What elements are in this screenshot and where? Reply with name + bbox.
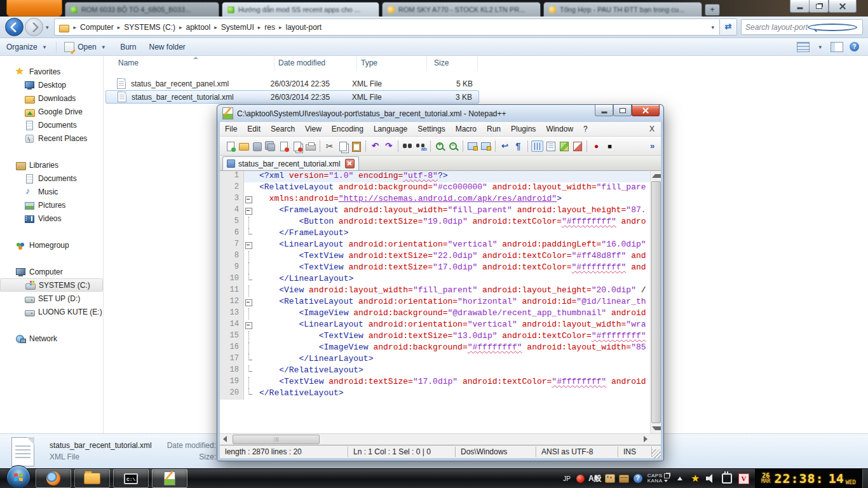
file-row-selected[interactable]: status_bar_recent_tutorial.xml 26/03/201… [105,90,479,104]
taskbar-explorer-button[interactable] [74,469,110,488]
code-line[interactable]: 1<?xml version="1.0" encoding="utf-8"?> [220,171,661,182]
ime-toolbox-icon[interactable] [619,475,629,483]
favorites-tray-icon[interactable]: ★ [691,473,699,484]
sidebar-item-downloads[interactable]: Downloads [0,92,103,105]
copy-icon[interactable] [337,140,349,152]
crumb-drive[interactable]: SYSTEMS (C:) [121,23,178,32]
sidebar-item-favorites[interactable]: Favorites [0,65,103,78]
sidebar-item-pictures[interactable]: Pictures [0,198,103,212]
taskbar-cmd-button[interactable]: C:\ [113,469,149,488]
browser-tab[interactable]: Hướng dẫn mod SS recent apps cho ... [222,2,379,17]
resize-grip[interactable] [652,449,661,458]
code-line[interactable]: 12 <RelativeLayout android:orientation="… [220,297,661,308]
column-header-type[interactable]: Type [361,58,377,67]
menu-language[interactable]: Language [369,125,412,133]
new-file-icon[interactable] [224,140,236,152]
forward-button[interactable] [25,18,43,36]
code-line[interactable]: 6 </FrameLayout> [220,228,661,240]
sidebar-item-videos[interactable]: Videos [0,212,103,225]
indent-guide-icon[interactable] [531,140,543,152]
code-line[interactable]: 8 <TextView android:textSize="22.0dip" a… [220,251,661,262]
code-line[interactable]: 13 <ImageView android:background="@drawa… [220,308,661,320]
fold-collapse-icon[interactable] [244,297,254,308]
sidebar-item-computer[interactable]: Computer [0,265,103,278]
taskbar-notepadpp-button[interactable] [152,469,187,488]
toolbar-overflow-icon[interactable]: » [646,140,658,152]
word-wrap-icon[interactable]: ↩ [499,140,511,152]
sidebar-item-recent-places[interactable]: Recent Places [0,132,103,145]
crumb-res[interactable]: res [262,23,278,32]
show-hidden-icons-icon[interactable] [677,477,682,480]
document-map-icon[interactable] [558,140,570,152]
notepadpp-title-bar[interactable]: C:\apktool\SystemUI\res\layout-port\stat… [217,105,663,122]
antivirus-icon[interactable]: V [738,473,749,484]
document-tab[interactable]: status_bar_recent_tutorial.xml [222,156,359,170]
history-dropdown-icon[interactable]: ▾ [46,24,49,30]
open-button[interactable]: Open▾ [58,42,114,52]
fold-collapse-icon[interactable] [244,194,254,205]
redo-icon[interactable]: ↷ [383,140,395,152]
replace-icon[interactable]: ab [415,140,427,152]
ime-mode-icon[interactable] [576,475,585,483]
crumb-systemui[interactable]: SystemUI [219,23,257,32]
paste-icon[interactable] [350,140,362,152]
sync-horizontal-icon[interactable] [480,140,492,152]
ime-tools-icon[interactable] [605,474,615,483]
new-tab-button[interactable]: + [705,4,720,16]
document-switcher-icon[interactable] [571,140,583,152]
ime-language-label[interactable]: JP [563,475,571,482]
sync-vertical-icon[interactable] [466,140,478,152]
code-line[interactable]: 9 <TextView android:textSize="17.0dip" a… [220,262,661,274]
open-file-icon[interactable] [238,140,250,152]
ime-help-icon[interactable]: ? [634,474,642,483]
ime-input-mode-label[interactable]: A般 [588,473,602,484]
code-line[interactable]: 20</RelativeLayout> [220,388,661,400]
file-row[interactable]: status_bar_recent_panel.xml 26/03/2014 2… [105,77,479,90]
browser-restore-button[interactable] [809,0,829,13]
show-desktop-button[interactable] [862,469,868,488]
new-folder-button[interactable]: New folder [142,43,191,51]
close-all-icon[interactable] [291,140,303,152]
preview-pane-icon[interactable] [831,42,843,52]
function-list-icon[interactable] [545,140,557,152]
sidebar-item-music[interactable]: Music [0,185,103,198]
sidebar-item-documents[interactable]: Documents [0,172,103,185]
code-line[interactable]: 7 <LinearLayout android:orientation="ver… [220,240,661,251]
cut-icon[interactable]: ✂ [323,140,336,152]
crumb-computer[interactable]: Computer [78,23,116,32]
fold-collapse-icon[interactable] [244,320,254,331]
menu-macro[interactable]: Macro [451,125,482,133]
crumb-apktool[interactable]: apktool [183,23,213,32]
menu-edit[interactable]: Edit [242,125,266,133]
sidebar-item-google-drive[interactable]: Google Drive [0,105,103,118]
close-file-icon[interactable] [278,140,290,152]
find-icon[interactable] [402,140,414,152]
menu-plugins[interactable]: Plugins [506,125,541,133]
tray-clock[interactable]: 26MAR 22:38: 14 WED [755,469,862,488]
menu-window[interactable]: Window [541,125,578,133]
menu-settings[interactable]: Settings [412,125,450,133]
vertical-scrollbar[interactable] [650,171,661,433]
menu-file[interactable]: File [220,125,242,133]
fold-collapse-icon[interactable] [244,205,254,217]
browser-minimize-button[interactable] [790,0,810,13]
column-header-date[interactable]: Date modified [278,58,325,67]
code-line[interactable]: 4 <FrameLayout android:layout_width="fil… [220,205,661,217]
taskbar-firefox-button[interactable] [36,469,71,488]
address-dropdown-icon[interactable]: ▾ [706,24,719,30]
vertical-scroll-thumb[interactable] [651,181,661,423]
show-symbols-icon[interactable]: ¶ [512,140,524,152]
ime-caps-kana-indicator[interactable]: CAPS KANA [648,473,670,484]
code-line[interactable]: 15 <TextView android:textSize="13.0dip" … [220,331,661,342]
volume-icon[interactable] [706,474,715,483]
print-icon[interactable] [304,140,316,152]
horizontal-scrollbar[interactable] [220,433,661,445]
zoom-out-icon[interactable]: − [447,140,459,152]
organize-button[interactable]: Organize▾ [0,43,55,51]
restore-button[interactable] [613,105,632,116]
code-line[interactable]: 16 <ImageView android:background="#fffff… [220,342,661,354]
sidebar-item-set-up-d-[interactable]: SET UP (D:) [0,292,103,305]
burn-button[interactable]: Burn [114,43,142,51]
tab-close-icon[interactable] [345,159,355,168]
scroll-left-icon[interactable] [223,436,227,442]
